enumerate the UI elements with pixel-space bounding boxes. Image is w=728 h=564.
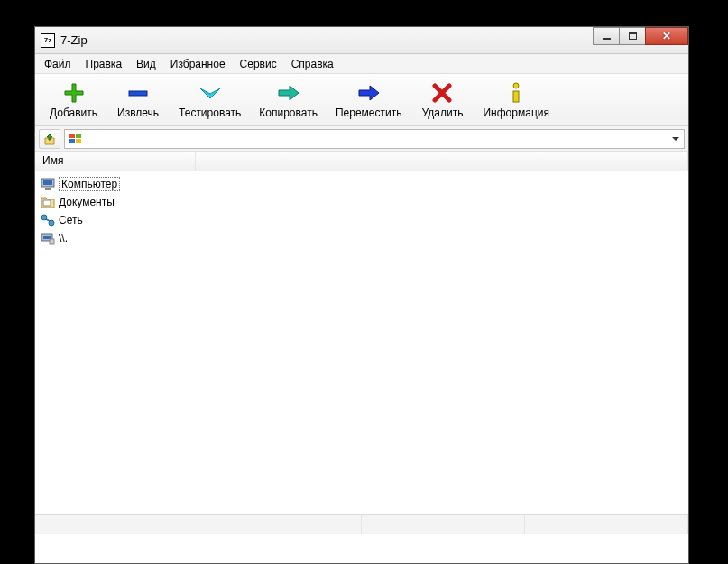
- svg-rect-15: [43, 236, 51, 239]
- up-folder-icon: [43, 133, 56, 145]
- svg-point-1: [513, 83, 519, 88]
- toolbar: Добавить Извлечь Тестировать Копировать …: [35, 74, 688, 126]
- list-item[interactable]: Документы: [37, 193, 687, 211]
- info-icon: [509, 81, 523, 105]
- delete-label: Удалить: [422, 106, 464, 119]
- menu-tools[interactable]: Сервис: [233, 55, 284, 73]
- arrow-right-blue-icon: [357, 81, 381, 105]
- svg-rect-16: [50, 239, 54, 244]
- check-icon: [198, 81, 222, 105]
- x-icon: [432, 81, 452, 105]
- info-label: Информация: [483, 106, 548, 119]
- list-item[interactable]: \\.: [37, 229, 687, 247]
- app-window: 7z 7-Zip ✕ Файл Правка Вид Избранное Сер…: [34, 26, 689, 564]
- minimize-button[interactable]: [593, 27, 620, 45]
- add-label: Добавить: [50, 106, 97, 119]
- move-button[interactable]: Переместить: [327, 77, 411, 124]
- delete-button[interactable]: Удалить: [410, 77, 474, 124]
- dropdown-icon[interactable]: [671, 134, 680, 144]
- status-cell: [525, 515, 688, 534]
- svg-rect-4: [76, 134, 81, 138]
- plus-icon: [63, 81, 85, 105]
- copy-label: Копировать: [259, 106, 318, 119]
- menubar: Файл Правка Вид Избранное Сервис Справка: [35, 54, 688, 74]
- list-item[interactable]: Сеть: [37, 211, 687, 229]
- app-icon: 7z: [41, 33, 55, 48]
- menu-view[interactable]: Вид: [129, 55, 163, 73]
- svg-rect-8: [43, 180, 52, 185]
- menu-file[interactable]: Файл: [37, 55, 78, 73]
- svg-rect-10: [43, 200, 51, 206]
- network-icon: [41, 213, 55, 227]
- list-item-label: Документы: [59, 196, 115, 208]
- copy-button[interactable]: Копировать: [250, 77, 327, 124]
- list-item-label: Компьютер: [59, 177, 120, 191]
- add-button[interactable]: Добавить: [41, 77, 106, 124]
- menu-help[interactable]: Справка: [284, 55, 341, 73]
- statusbar: [35, 514, 688, 534]
- svg-rect-3: [69, 134, 75, 138]
- extract-label: Извлечь: [117, 106, 159, 119]
- list-item-label: Сеть: [59, 214, 83, 227]
- titlebar[interactable]: 7z 7-Zip ✕: [35, 27, 688, 54]
- addressbar: [35, 126, 688, 152]
- computer-icon: [41, 177, 55, 191]
- window-title: 7-Zip: [60, 33, 88, 47]
- svg-rect-5: [69, 139, 75, 143]
- svg-rect-2: [513, 91, 519, 102]
- list-item-label: \\.: [59, 232, 68, 245]
- status-cell: [198, 515, 362, 534]
- menu-favorites[interactable]: Избранное: [163, 55, 233, 73]
- arrow-right-teal-icon: [277, 81, 300, 105]
- svg-rect-0: [129, 91, 147, 96]
- column-spacer: [196, 152, 688, 171]
- windows-flag-icon: [69, 133, 83, 145]
- column-name[interactable]: Имя: [35, 152, 196, 171]
- column-header: Имя: [35, 152, 688, 171]
- close-button[interactable]: ✕: [645, 27, 688, 45]
- minus-icon: [127, 81, 149, 105]
- svg-rect-6: [76, 139, 81, 143]
- test-button[interactable]: Тестировать: [170, 77, 250, 124]
- svg-line-13: [46, 219, 50, 221]
- window-controls: ✕: [594, 27, 688, 45]
- maximize-button[interactable]: [619, 27, 646, 45]
- address-field[interactable]: [64, 129, 685, 149]
- status-cell: [362, 515, 525, 534]
- documents-icon: [41, 195, 55, 209]
- menu-edit[interactable]: Правка: [78, 55, 130, 73]
- unc-icon: [41, 231, 55, 245]
- list-item[interactable]: Компьютер: [37, 175, 687, 193]
- up-button[interactable]: [39, 129, 60, 149]
- move-label: Переместить: [336, 106, 402, 119]
- status-cell: [35, 515, 198, 534]
- svg-rect-9: [45, 188, 51, 190]
- info-button[interactable]: Информация: [474, 77, 558, 124]
- file-list[interactable]: Компьютер Документы Сеть \\.: [35, 171, 688, 514]
- extract-button[interactable]: Извлечь: [106, 77, 170, 124]
- test-label: Тестировать: [179, 106, 241, 119]
